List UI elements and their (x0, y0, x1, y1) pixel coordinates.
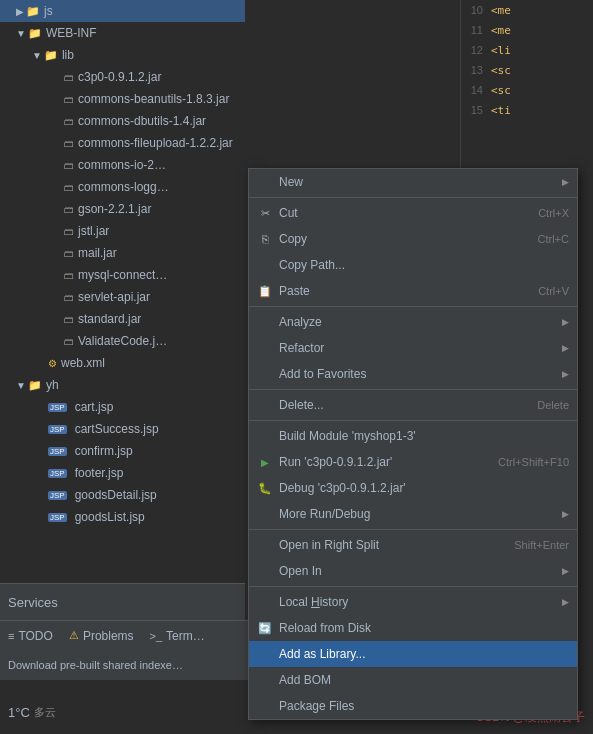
tree-item-dbutils[interactable]: 🗃 commons-dbutils-1.4.jar (0, 110, 245, 132)
localhistory-icon (257, 594, 273, 610)
jsp-icon-confirm: JSP (48, 447, 67, 456)
menu-item-localhistory[interactable]: Local History (249, 589, 577, 615)
menu-item-addaslibrary[interactable]: Add as Library... (249, 641, 577, 667)
tree-item-mail[interactable]: 🗃 mail.jar (0, 242, 245, 264)
tree-item-jstl[interactable]: 🗃 jstl.jar (0, 220, 245, 242)
menu-item-packagefiles[interactable]: Package Files (249, 693, 577, 719)
menu-item-morerundebug[interactable]: More Run/Debug (249, 501, 577, 527)
menu-item-cut[interactable]: ✂ Cut Ctrl+X (249, 200, 577, 226)
menu-label-morerundebug: More Run/Debug (279, 507, 370, 521)
tab-todo[interactable]: ≡ TODO (8, 629, 53, 643)
menu-item-run[interactable]: ▶ Run 'c3p0-0.9.1.2.jar' Ctrl+Shift+F10 (249, 449, 577, 475)
buildmodule-icon (257, 428, 273, 444)
tree-item-webxml[interactable]: ⚙ web.xml (0, 352, 245, 374)
code-text-14: <sc (491, 84, 511, 97)
jar-icon-mail: 🗃 (64, 248, 74, 259)
menu-separator-3 (249, 389, 577, 390)
tree-item-goodsdetail[interactable]: JSP goodsDetail.jsp (0, 484, 245, 506)
tab-terminal[interactable]: >_ Term… (150, 629, 205, 643)
cut-shortcut: Ctrl+X (538, 207, 569, 219)
refactor-icon (257, 340, 273, 356)
menu-item-paste[interactable]: 📋 Paste Ctrl+V (249, 278, 577, 304)
menu-item-addtofav[interactable]: Add to Favorites (249, 361, 577, 387)
delete-icon (257, 397, 273, 413)
menu-item-openright[interactable]: Open in Right Split Shift+Enter (249, 532, 577, 558)
menu-item-addbom[interactable]: Add BOM (249, 667, 577, 693)
tree-item-webinf[interactable]: ▼ 📁 WEB-INF (0, 22, 245, 44)
tree-item-validatecode[interactable]: 🗃 ValidateCode.j… (0, 330, 245, 352)
jsp-icon-cartsuccess: JSP (48, 425, 67, 434)
code-line-10: 10 <me (461, 0, 593, 20)
services-bar: Services (0, 583, 245, 620)
tree-item-confirm[interactable]: JSP confirm.jsp (0, 440, 245, 462)
tree-item-gson[interactable]: 🗃 gson-2.2.1.jar (0, 198, 245, 220)
tab-problems[interactable]: ⚠ Problems (69, 629, 134, 643)
menu-label-openright: Open in Right Split (279, 538, 379, 552)
menu-item-new[interactable]: New (249, 169, 577, 195)
menu-label-run: Run 'c3p0-0.9.1.2.jar' (279, 455, 392, 469)
tree-label-servlet: servlet-api.jar (78, 290, 150, 304)
jar-icon-validatecode: 🗃 (64, 336, 74, 347)
folder-icon-webinf: 📁 (28, 27, 42, 40)
jar-icon-fileupload: 🗃 (64, 138, 74, 149)
menu-label-paste: Paste (279, 284, 310, 298)
code-text-15: <ti (491, 104, 511, 117)
weather-bar: 1°C 多云 (0, 690, 150, 734)
tree-item-servlet[interactable]: 🗃 servlet-api.jar (0, 286, 245, 308)
tree-item-lib[interactable]: ▼ 📁 lib (0, 44, 245, 66)
jar-icon-jstl: 🗃 (64, 226, 74, 237)
tree-label-goodslist: goodsList.jsp (75, 510, 145, 524)
menu-label-addtofav: Add to Favorites (279, 367, 366, 381)
menu-item-copypath[interactable]: Copy Path... (249, 252, 577, 278)
terminal-icon: >_ (150, 630, 163, 642)
tree-item-logging[interactable]: 🗃 commons-logg… (0, 176, 245, 198)
jar-icon-logging: 🗃 (64, 182, 74, 193)
menu-separator-2 (249, 306, 577, 307)
menu-item-refactor[interactable]: Refactor (249, 335, 577, 361)
tree-label-beanutils: commons-beanutils-1.8.3.jar (78, 92, 229, 106)
tree-label-webxml: web.xml (61, 356, 105, 370)
tree-label-mysql: mysql-connect… (78, 268, 167, 282)
context-menu: New ✂ Cut Ctrl+X ⎘ Copy Ctrl+C Copy Path… (248, 168, 578, 720)
jsp-icon-goodslist: JSP (48, 513, 67, 522)
tree-item-footer[interactable]: JSP footer.jsp (0, 462, 245, 484)
menu-item-openin[interactable]: Open In (249, 558, 577, 584)
menu-item-reload[interactable]: 🔄 Reload from Disk (249, 615, 577, 641)
code-line-14: 14 <sc (461, 80, 593, 100)
tree-item-mysql[interactable]: 🗃 mysql-connect… (0, 264, 245, 286)
tree-item-standard[interactable]: 🗃 standard.jar (0, 308, 245, 330)
menu-item-buildmodule[interactable]: Build Module 'myshop1-3' (249, 423, 577, 449)
tree-label-cart: cart.jsp (75, 400, 114, 414)
copypath-icon (257, 257, 273, 273)
openright-shortcut: Shift+Enter (514, 539, 569, 551)
tree-item-cart[interactable]: JSP cart.jsp (0, 396, 245, 418)
menu-separator-5 (249, 529, 577, 530)
tree-item-fileupload[interactable]: 🗃 commons-fileupload-1.2.2.jar (0, 132, 245, 154)
tree-item-js[interactable]: ▶ 📁 js (0, 0, 245, 22)
menu-label-addaslibrary: Add as Library... (279, 647, 365, 661)
tree-label-dbutils: commons-dbutils-1.4.jar (78, 114, 206, 128)
tree-label-mail: mail.jar (78, 246, 117, 260)
arrow-webinf: ▼ (16, 28, 26, 39)
tree-item-beanutils[interactable]: 🗃 commons-beanutils-1.8.3.jar (0, 88, 245, 110)
jar-icon-gson: 🗃 (64, 204, 74, 215)
tree-item-yh[interactable]: ▼ 📁 yh (0, 374, 245, 396)
run-shortcut: Ctrl+Shift+F10 (498, 456, 569, 468)
menu-item-analyze[interactable]: Analyze (249, 309, 577, 335)
tree-item-cartsuccess[interactable]: JSP cartSuccess.jsp (0, 418, 245, 440)
menu-item-copy[interactable]: ⎘ Copy Ctrl+C (249, 226, 577, 252)
tree-item-io[interactable]: 🗃 commons-io-2… (0, 154, 245, 176)
tree-label-lib: lib (62, 48, 74, 62)
jar-icon-standard: 🗃 (64, 314, 74, 325)
code-line-13: 13 <sc (461, 60, 593, 80)
jar-icon-dbutils: 🗃 (64, 116, 74, 127)
copy-icon: ⎘ (257, 231, 273, 247)
tree-item-goodslist[interactable]: JSP goodsList.jsp (0, 506, 245, 528)
menu-item-delete[interactable]: Delete... Delete (249, 392, 577, 418)
jar-icon-servlet: 🗃 (64, 292, 74, 303)
menu-label-reload: Reload from Disk (279, 621, 371, 635)
menu-item-debug[interactable]: 🐛 Debug 'c3p0-0.9.1.2.jar' (249, 475, 577, 501)
tree-label-goodsdetail: goodsDetail.jsp (75, 488, 157, 502)
line-num-15: 15 (461, 104, 491, 116)
tree-item-c3p0[interactable]: 🗃 c3p0-0.9.1.2.jar (0, 66, 245, 88)
